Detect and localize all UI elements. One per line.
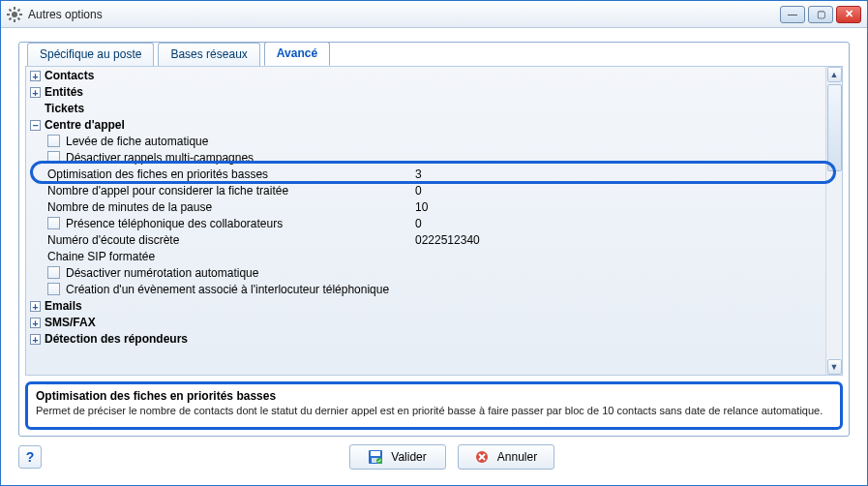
category-label: SMS/FAX <box>45 316 96 329</box>
help-icon: ? <box>26 449 35 465</box>
prop-presence-telephonique[interactable]: Présence téléphonique des collaborateurs… <box>26 215 825 231</box>
category-label: Contacts <box>45 69 94 82</box>
prop-numero-ecoute[interactable]: Numéro d'écoute discrète0222512340 <box>26 231 825 248</box>
checkbox[interactable] <box>47 283 60 295</box>
vertical-scrollbar[interactable]: ▲ ▼ <box>825 67 842 375</box>
property-grid: +Contacts +Entités Tickets −Centre d'app… <box>25 66 843 376</box>
column-splitter[interactable] <box>411 67 412 375</box>
close-button[interactable]: ✕ <box>836 6 861 23</box>
category-label: Entités <box>45 85 83 99</box>
category-entites[interactable]: +Entités <box>26 83 825 100</box>
property-label: Optimisation des fiches en priorités bas… <box>47 167 268 181</box>
expand-icon[interactable]: + <box>30 71 41 81</box>
svg-line-6 <box>18 17 20 19</box>
tab-specifique-poste[interactable]: Spécifique au poste <box>27 43 154 66</box>
dialog-window: Autres options — ▢ ✕ Spécifique au poste… <box>0 0 868 486</box>
property-label: Désactiver numérotation automatique <box>66 266 258 280</box>
help-button[interactable]: ? <box>18 445 42 469</box>
property-value[interactable]: 10 <box>415 200 428 214</box>
property-value[interactable]: 3 <box>415 167 422 181</box>
gear-icon <box>7 7 22 22</box>
svg-line-5 <box>10 9 12 11</box>
prop-desactiver-numerotation[interactable]: Désactiver numérotation automatique <box>26 264 825 281</box>
property-value[interactable]: 0 <box>415 217 422 230</box>
tab-content: +Contacts +Entités Tickets −Centre d'app… <box>25 66 843 376</box>
expand-icon[interactable]: + <box>30 301 41 312</box>
client-area: Spécifique au poste Bases réseaux Avancé… <box>7 34 861 479</box>
ok-button-label: Valider <box>391 450 426 464</box>
category-detection-repondeurs[interactable]: +Détection des répondeurs <box>26 330 825 347</box>
maximize-icon: ▢ <box>817 9 825 19</box>
description-panel: Optimisation des fiches en priorités bas… <box>25 381 843 430</box>
cancel-button[interactable]: Annuler <box>458 444 554 470</box>
minimize-icon: — <box>788 9 797 19</box>
prop-chaine-sip[interactable]: Chaine SIP formatée <box>26 248 825 264</box>
property-label: Numéro d'écoute discrète <box>47 233 179 247</box>
title-bar[interactable]: Autres options — ▢ ✕ <box>1 1 867 28</box>
category-label: Détection des répondeurs <box>45 332 188 346</box>
save-icon <box>368 449 383 465</box>
property-label: Chaine SIP formatée <box>47 250 155 263</box>
category-smsfax[interactable]: +SMS/FAX <box>26 314 825 330</box>
property-label: Levée de fiche automatique <box>66 135 208 148</box>
footer-bar: ? Valider Annuler <box>18 442 850 471</box>
description-title: Optimisation des fiches en priorités bas… <box>36 389 832 403</box>
scroll-thumb[interactable] <box>827 84 842 171</box>
category-centre-appel[interactable]: −Centre d'appel <box>26 116 825 133</box>
prop-nombre-appel[interactable]: Nombre d'appel pour considerer la fiche … <box>26 182 825 198</box>
prop-desactiver-rappels[interactable]: Désactiver rappels multi-campagnes <box>26 149 825 166</box>
checkbox[interactable] <box>47 151 60 164</box>
svg-rect-10 <box>371 451 380 456</box>
tab-avance[interactable]: Avancé <box>264 42 330 66</box>
prop-minutes-pause[interactable]: Nombre de minutes de la pause10 <box>26 198 825 215</box>
tab-strip: Spécifique au poste Bases réseaux Avancé <box>27 42 849 65</box>
property-label: Désactiver rappels multi-campagnes <box>66 151 254 165</box>
property-label: Création d'un évènement associé à l'inte… <box>66 283 389 296</box>
window-title: Autres options <box>28 8 103 21</box>
tab-bases-reseaux[interactable]: Bases réseaux <box>158 43 259 66</box>
checkbox[interactable] <box>47 135 60 147</box>
svg-point-0 <box>12 12 17 17</box>
close-icon: ✕ <box>845 8 853 20</box>
property-label: Nombre d'appel pour considerer la fiche … <box>47 184 288 197</box>
property-label: Nombre de minutes de la pause <box>47 200 212 214</box>
property-value[interactable]: 0 <box>415 184 422 197</box>
cancel-icon <box>474 449 490 465</box>
scroll-up-button[interactable]: ▲ <box>827 67 842 82</box>
svg-line-8 <box>10 17 12 19</box>
expand-icon[interactable]: + <box>30 318 41 328</box>
property-value[interactable]: 0222512340 <box>415 233 480 247</box>
category-label: Tickets <box>45 102 84 115</box>
category-contacts[interactable]: +Contacts <box>26 67 825 83</box>
category-label: Emails <box>45 299 82 313</box>
description-text: Permet de préciser le nombre de contacts… <box>36 405 832 416</box>
svg-line-7 <box>18 9 20 11</box>
category-emails[interactable]: +Emails <box>26 297 825 314</box>
ok-button[interactable]: Valider <box>349 444 446 470</box>
window-controls: — ▢ ✕ <box>780 6 861 23</box>
prop-levee-fiche-auto[interactable]: Levée de fiche automatique <box>26 133 825 149</box>
expand-icon[interactable]: + <box>30 334 41 345</box>
category-label: Centre d'appel <box>45 118 125 132</box>
minimize-button[interactable]: — <box>780 6 805 23</box>
checkbox[interactable] <box>47 217 60 229</box>
scroll-down-button[interactable]: ▼ <box>827 359 842 375</box>
collapse-icon[interactable]: − <box>30 120 41 131</box>
expand-icon[interactable]: + <box>30 87 41 98</box>
property-grid-inner: +Contacts +Entités Tickets −Centre d'app… <box>26 67 825 375</box>
category-tickets[interactable]: Tickets <box>26 100 825 116</box>
property-label: Présence téléphonique des collaborateurs <box>66 217 283 230</box>
maximize-button[interactable]: ▢ <box>808 6 833 23</box>
main-panel: Spécifique au poste Bases réseaux Avancé… <box>18 42 850 437</box>
checkbox[interactable] <box>47 266 60 279</box>
prop-optimisation-fiches[interactable]: Optimisation des fiches en priorités bas… <box>26 166 825 182</box>
prop-creation-evenement[interactable]: Création d'un évènement associé à l'inte… <box>26 281 825 297</box>
cancel-button-label: Annuler <box>497 450 537 464</box>
